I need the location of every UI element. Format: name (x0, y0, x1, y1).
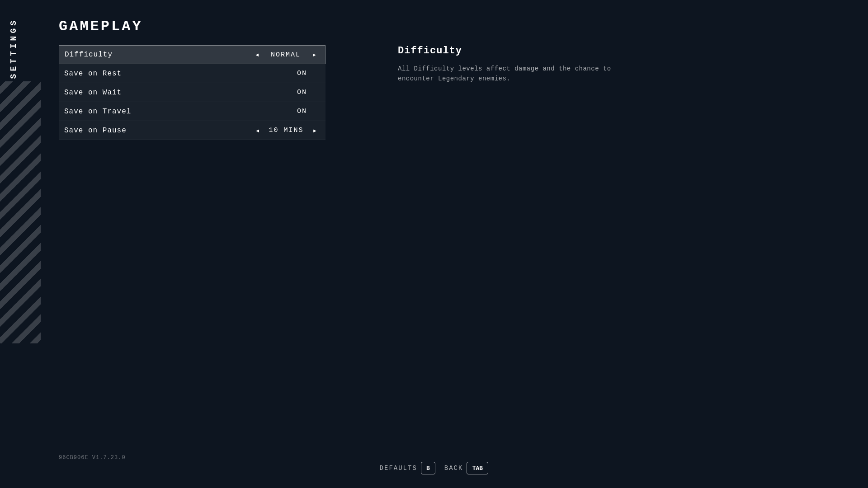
settings-row-save-on-rest[interactable]: Save on Rest ON (59, 64, 326, 83)
page-title: GAMEPLAY (59, 18, 143, 35)
difficulty-arrow-right[interactable] (309, 50, 320, 59)
row-value-container-save-on-rest: ON (284, 70, 320, 77)
defaults-label: DEFAULTS (380, 465, 417, 472)
row-value-container-save-on-travel: ON (284, 108, 320, 115)
row-label-save-on-rest: Save on Rest (64, 70, 284, 78)
defaults-key-badge: B (421, 462, 435, 474)
row-label-difficulty: Difficulty (65, 51, 252, 59)
stripe-decoration (0, 0, 41, 488)
difficulty-value: NORMAL (268, 51, 304, 59)
save-on-pause-value: 10 MINS (268, 127, 304, 134)
row-label-save-on-pause: Save on Pause (64, 127, 252, 135)
save-on-travel-value: ON (284, 108, 320, 115)
bottom-bar: DEFAULTS B BACK TAB (0, 462, 868, 474)
row-value-container-save-on-pause: 10 MINS (252, 126, 320, 135)
difficulty-arrow-left[interactable] (252, 50, 262, 59)
row-label-save-on-wait: Save on Wait (64, 89, 284, 97)
row-value-container-save-on-wait: ON (284, 89, 320, 96)
settings-list: Difficulty NORMAL Save on Rest ON Save o… (59, 45, 326, 140)
defaults-action[interactable]: DEFAULTS B (380, 462, 435, 474)
main-content: GAMEPLAY Difficulty NORMAL Save on Rest … (45, 0, 868, 488)
settings-row-difficulty[interactable]: Difficulty NORMAL (59, 45, 326, 64)
row-label-save-on-travel: Save on Travel (64, 108, 284, 116)
back-label: BACK (444, 465, 463, 472)
section-label: SETTINGS (9, 18, 18, 79)
settings-row-save-on-wait[interactable]: Save on Wait ON (59, 83, 326, 102)
save-on-pause-arrow-left[interactable] (252, 126, 263, 135)
settings-row-save-on-pause[interactable]: Save on Pause 10 MINS (59, 121, 326, 140)
back-action[interactable]: BACK TAB (444, 462, 489, 474)
description-text: All Difficulty levels affect damage and … (398, 64, 624, 84)
save-on-rest-value: ON (284, 70, 320, 77)
description-title: Difficulty (398, 45, 624, 56)
version-text: 96CB906E V1.7.23.0 (59, 455, 126, 461)
row-value-container-difficulty: NORMAL (252, 50, 320, 59)
back-key-badge: TAB (467, 462, 488, 474)
description-panel: Difficulty All Difficulty levels affect … (398, 45, 624, 84)
save-on-wait-value: ON (284, 89, 320, 96)
settings-row-save-on-travel[interactable]: Save on Travel ON (59, 102, 326, 121)
save-on-pause-arrow-right[interactable] (310, 126, 320, 135)
